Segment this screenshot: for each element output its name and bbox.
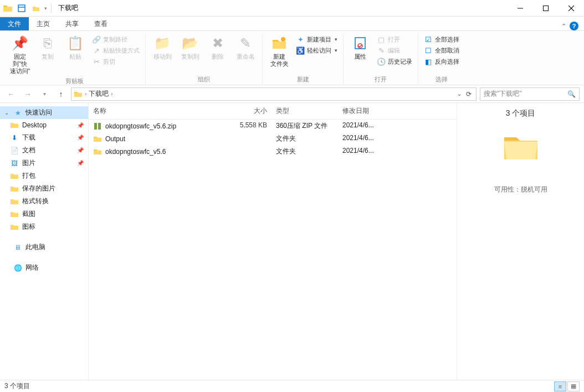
select-group-label: 选择: [436, 74, 448, 85]
address-history-dropdown[interactable]: ⌄: [457, 91, 462, 97]
close-button[interactable]: [559, 0, 584, 17]
file-name: Output: [105, 135, 125, 143]
navigation-pane: ⌄ ★ 快速访问 Desktop📌 ⬇下载📌 📄文档📌 🖼图片📌 打包 保存的图…: [0, 103, 89, 380]
new-folder-button[interactable]: 新建 文件夹: [266, 33, 293, 69]
history-button[interactable]: 🕓历史记录: [375, 56, 414, 66]
easy-access-button[interactable]: ♿轻松访问▾: [294, 45, 340, 55]
pin-icon: 📌: [11, 34, 29, 52]
file-area: 名称 大小 类型 修改日期 okdopngtoswfc_v5.6.zip5,55…: [89, 103, 584, 380]
chevron-down-icon[interactable]: ⌄: [4, 110, 10, 116]
nav-saved-pictures[interactable]: 保存的图片: [0, 182, 88, 195]
open-icon: ▢: [377, 35, 386, 44]
nav-jietu[interactable]: 截图: [0, 208, 88, 220]
table-row[interactable]: okdopngtoswfc_v5.6.zip5,558 KB360压缩 ZIP …: [89, 120, 457, 132]
pc-icon: 🖥: [13, 243, 22, 252]
qat-new-folder-icon[interactable]: [30, 2, 42, 14]
nav-downloads[interactable]: ⬇下载📌: [0, 131, 88, 144]
minimize-button[interactable]: [508, 0, 533, 17]
address-box[interactable]: › 下载吧 › ⌄ ⟳: [71, 87, 477, 101]
table-row[interactable]: Output文件夹2021/4/6...: [89, 132, 457, 145]
nav-up-button[interactable]: ↑: [54, 87, 68, 101]
nav-pictures[interactable]: 🖼图片📌: [0, 157, 88, 169]
select-none-button[interactable]: ☐全部取消: [422, 45, 462, 55]
status-bar: 3 个项目 ≡ ▦: [0, 380, 584, 392]
copy-button: ⎘ 复制: [34, 33, 61, 61]
delete-icon: ✖: [209, 34, 227, 52]
nav-dabao[interactable]: 打包: [0, 169, 88, 182]
new-group-label: 新建: [297, 74, 309, 85]
main-area: ⌄ ★ 快速访问 Desktop📌 ⬇下载📌 📄文档📌 🖼图片📌 打包 保存的图…: [0, 103, 584, 380]
file-list[interactable]: 名称 大小 类型 修改日期 okdopngtoswfc_v5.6.zip5,55…: [89, 103, 457, 380]
invertsel-icon: ◧: [424, 57, 433, 66]
col-name-header[interactable]: 名称: [89, 103, 227, 119]
nav-network[interactable]: 🌐网络: [0, 261, 88, 274]
organize-group-label: 组织: [198, 74, 210, 85]
breadcrumb-item[interactable]: 下载吧: [89, 89, 109, 99]
nav-tubiao[interactable]: 图标: [0, 220, 88, 233]
status-item-count: 3 个项目: [4, 381, 30, 391]
network-icon: 🌐: [13, 264, 22, 272]
move-to-button: 📁移动到: [149, 33, 176, 61]
crumb-sep-icon[interactable]: ›: [85, 91, 86, 97]
invert-selection-button[interactable]: ◧反向选择: [422, 56, 462, 66]
file-date: 2021/4/6...: [338, 120, 393, 132]
tab-share[interactable]: 共享: [58, 17, 86, 30]
view-details-button[interactable]: ≡: [554, 381, 566, 391]
tab-view[interactable]: 查看: [86, 17, 115, 30]
pin-icon: 📌: [77, 135, 84, 141]
file-date: 2021/4/6...: [338, 132, 393, 145]
svg-point-6: [281, 37, 285, 42]
preview-availability: 可用性：脱机可用: [494, 185, 547, 194]
copyto-icon: 📂: [181, 34, 199, 52]
qat-properties-icon[interactable]: [16, 2, 28, 14]
tab-file[interactable]: 文件: [0, 17, 29, 30]
history-icon: 🕓: [377, 57, 386, 66]
nav-back-button: ←: [4, 87, 18, 101]
nav-format-convert[interactable]: 格式转换: [0, 195, 88, 208]
search-input[interactable]: 搜索"下载吧" 🔍: [480, 87, 580, 101]
rename-icon: ✎: [237, 34, 254, 52]
crumb-sep-icon[interactable]: ›: [111, 91, 112, 97]
qat-dropdown-icon[interactable]: ▾: [44, 6, 49, 11]
paste-icon: 📋: [66, 34, 84, 52]
col-type-header[interactable]: 类型: [271, 103, 338, 119]
refresh-button[interactable]: ⟳: [466, 90, 472, 98]
properties-icon: [351, 34, 369, 52]
nav-documents[interactable]: 📄文档📌: [0, 144, 88, 157]
nav-desktop[interactable]: Desktop📌: [0, 119, 88, 131]
properties-button[interactable]: 属性: [347, 33, 373, 61]
nav-this-pc[interactable]: 🖥此电脑: [0, 241, 88, 254]
ribbon-collapse-icon[interactable]: ⌃: [561, 23, 566, 30]
zip-icon: [93, 122, 102, 131]
shortcut-icon: ↗: [92, 46, 101, 55]
nav-recent-dropdown[interactable]: ▾: [38, 87, 51, 101]
search-icon: 🔍: [567, 90, 576, 98]
preview-folder-icon: [501, 130, 540, 163]
details-pane: 3 个项目 可用性：脱机可用: [457, 103, 584, 380]
pin-icon: 📌: [77, 147, 84, 153]
table-row[interactable]: okdopngtoswfc_v5.6文件夹2021/4/6...: [89, 145, 457, 158]
title-bar: ▾ 下载吧: [0, 0, 584, 17]
address-folder-icon: [74, 90, 83, 99]
ribbon: 📌 固定到"快 速访问" ⎘ 复制 📋 粘贴 🔗复制路径 ↗粘贴快捷方式 ✂剪切…: [0, 31, 584, 85]
help-button[interactable]: ?: [570, 22, 578, 30]
nav-quick-access[interactable]: ⌄ ★ 快速访问: [0, 106, 88, 119]
file-size: [227, 132, 271, 145]
new-item-button[interactable]: ✦新建项目▾: [294, 34, 340, 44]
paste-button: 📋 粘贴: [62, 33, 89, 61]
star-icon: ★: [13, 109, 22, 117]
maximize-button[interactable]: [533, 0, 559, 17]
newitem-icon: ✦: [296, 35, 305, 44]
col-date-header[interactable]: 修改日期: [338, 103, 393, 119]
col-size-header[interactable]: 大小: [227, 103, 271, 119]
pin-to-quick-access-button[interactable]: 📌 固定到"快 速访问": [7, 33, 33, 76]
folder-icon: [93, 147, 102, 156]
app-folder-icon: [2, 3, 13, 14]
select-all-button[interactable]: ☑全部选择: [422, 34, 462, 44]
folder-icon: [93, 135, 102, 143]
tab-home[interactable]: 主页: [29, 17, 58, 30]
folder-icon: [10, 172, 19, 180]
view-large-icons-button[interactable]: ▦: [567, 381, 580, 391]
file-type: 文件夹: [271, 145, 338, 158]
folder-icon: [10, 184, 19, 193]
